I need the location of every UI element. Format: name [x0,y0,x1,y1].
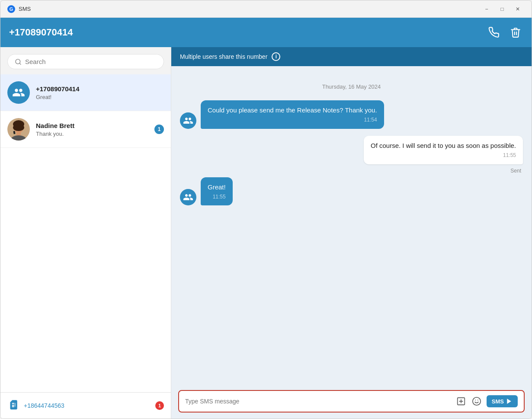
contact-info: +17089070414 Great! [36,85,164,100]
header-actions [487,25,523,40]
message-time: 11:54 [208,116,377,124]
contact-preview: Thank you. [36,131,154,137]
message-row: Great! 11:55 [180,177,523,206]
sent-label: Sent [510,168,521,174]
contact-info: Nadine Brett Thank you. [36,122,154,137]
message-row: Of course. I will send it to you as soon… [364,136,523,164]
list-item[interactable]: Nadine Brett Thank you. 1 [0,111,171,148]
contact-list: +17089070414 Great! [0,74,171,392]
send-btn-label: SMS [492,398,504,405]
send-icon [506,398,513,405]
sidebar: +17089070414 Great! [0,47,171,419]
plus-square-icon [456,397,466,406]
footer-badge: 1 [155,401,164,410]
app-window: G SMS − □ ✕ +17089070414 [0,0,532,419]
header-phone-number: +17089070414 [9,27,487,38]
svg-rect-6 [16,132,21,135]
trash-icon [510,27,521,38]
chat-messages: Thursday, 16 May 2024 Could you please s… [171,66,532,386]
contact-badge: 1 [154,125,164,134]
contact-photo [7,118,30,141]
contact-name: +17089070414 [36,85,164,93]
message-text: Of course. I will send it to you as soon… [371,141,516,150]
maximize-button[interactable]: □ [495,4,509,14]
notification-bar: Multiple users share this number i [171,47,532,66]
date-divider: Thursday, 16 May 2024 [180,83,523,90]
message-avatar [180,112,196,129]
chat-input-box: SMS [178,390,525,413]
message-time: 11:55 [371,152,516,159]
app-logo: G [7,5,15,13]
delete-button[interactable] [508,25,523,40]
search-icon [15,58,22,65]
message-text: Great! [208,182,226,192]
app-title: SMS [19,6,480,12]
svg-point-12 [473,397,481,405]
search-container [0,47,171,74]
header-bar: +17089070414 [0,18,532,47]
contact-preview: Great! [36,94,164,100]
chat-input-area: SMS [171,386,532,419]
svg-marker-15 [507,399,511,404]
chat-panel: Multiple users share this number i Thurs… [171,47,532,419]
svg-point-5 [13,124,24,131]
attachment-button[interactable] [455,396,467,407]
sidebar-footer[interactable]: +18644744563 1 [0,392,171,419]
message-time: 11:55 [208,193,226,201]
avatar [7,81,30,104]
call-button[interactable] [487,25,501,40]
close-button[interactable]: ✕ [511,4,525,14]
emoji-icon [472,397,481,406]
minimize-button[interactable]: − [480,4,494,14]
emoji-button[interactable] [471,396,482,407]
svg-line-1 [19,63,21,64]
footer-phone: +18644744563 [24,402,150,409]
main-content: +17089070414 Great! [0,47,532,419]
message-group-outgoing: Of course. I will send it to you as soon… [180,136,523,174]
message-row: Could you please send me the Release Not… [180,100,523,129]
info-icon: i [272,52,280,61]
message-bubble: Great! 11:55 [201,177,233,206]
message-text: Could you please send me the Release Not… [208,106,377,115]
list-item[interactable]: +17089070414 Great! [0,74,171,111]
search-input[interactable] [25,58,157,65]
notification-text: Multiple users share this number [180,53,267,60]
send-sms-button[interactable]: SMS [487,395,518,407]
sim-icon [7,399,19,413]
message-bubble: Could you please send me the Release Not… [201,100,384,129]
message-bubble: Of course. I will send it to you as soon… [364,136,523,164]
title-bar: G SMS − □ ✕ [0,0,532,18]
phone-icon [488,27,500,38]
avatar [7,118,30,141]
search-input-wrap[interactable] [7,54,164,69]
message-avatar [180,189,196,205]
window-controls: − □ ✕ [480,4,525,14]
message-input[interactable] [185,398,451,405]
contact-name: Nadine Brett [36,122,154,129]
